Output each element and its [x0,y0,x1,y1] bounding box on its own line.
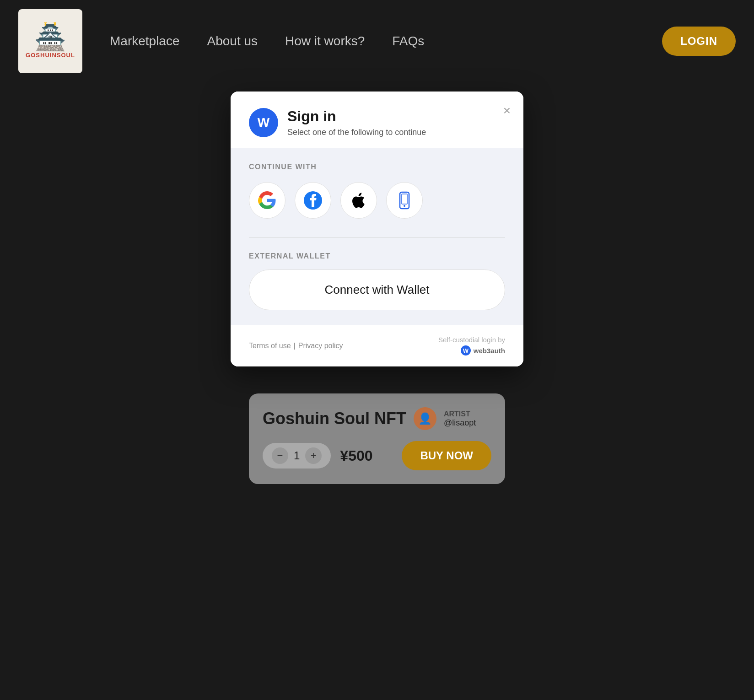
web3auth-credit: Self-custodial login by W web3auth [438,336,505,355]
torii-icon: 🏯 [34,24,66,50]
nav-marketplace[interactable]: Marketplace [110,34,180,48]
navbar: 🏯 GOSHUINSOUL Marketplace About us How i… [0,0,754,82]
phone-icon [395,191,414,210]
svg-point-3 [404,205,405,207]
web3auth-logo: W [249,108,278,137]
nav-faqs[interactable]: FAQs [392,34,424,48]
modal-title: Sign in [287,108,426,125]
google-signin-button[interactable] [249,182,285,219]
modal-subtitle: Select one of the following to continue [287,128,426,137]
quantity-decrease-button[interactable]: − [272,447,288,464]
web3auth-brand-name: web3auth [474,347,505,355]
nav-links: Marketplace About us How it works? FAQs [110,34,662,48]
buy-now-button[interactable]: BUY NOW [402,441,491,470]
nft-card: Goshuin Soul NFT 👤 ARTIST @lisaopt − 1 +… [249,393,505,484]
quantity-control: − 1 + [263,443,331,468]
apple-icon [350,191,368,210]
facebook-signin-button[interactable] [295,182,331,219]
quantity-increase-button[interactable]: + [305,447,322,464]
nft-artist-avatar: 👤 [414,407,436,430]
connect-wallet-button[interactable]: Connect with Wallet [249,269,505,310]
modal-overlay: W Sign in Select one of the following to… [0,82,754,101]
nft-price: ¥500 [340,447,372,464]
modal-header-text: Sign in Select one of the following to c… [287,108,426,137]
modal-header: W Sign in Select one of the following to… [231,92,523,148]
modal-close-button[interactable]: × [503,104,511,117]
continue-section-label: CONTINUE WITH [249,163,505,171]
logo-text: GOSHUINSOUL [26,52,75,59]
privacy-link[interactable]: Privacy policy [298,342,343,350]
phone-signin-button[interactable] [386,182,423,219]
nav-how-it-works[interactable]: How it works? [285,34,365,48]
nav-about[interactable]: About us [207,34,258,48]
web3auth-brand: W web3auth [438,345,505,355]
footer-links: Terms of use|Privacy policy [249,342,343,350]
self-custodial-text: Self-custodial login by [438,336,505,344]
signin-modal: W Sign in Select one of the following to… [231,92,523,366]
nft-title: Goshuin Soul NFT [263,409,406,428]
logo[interactable]: 🏯 GOSHUINSOUL [18,9,82,73]
apple-signin-button[interactable] [340,182,377,219]
google-icon [258,191,276,210]
nft-title-row: Goshuin Soul NFT 👤 ARTIST @lisaopt [263,407,491,430]
svg-rect-2 [402,194,407,204]
social-icons-row [249,182,505,219]
nft-artist-label: ARTIST [444,410,476,418]
external-wallet-label: EXTERNAL WALLET [249,252,505,260]
nft-purchase-row: − 1 + ¥500 BUY NOW [263,441,491,470]
terms-link[interactable]: Terms of use [249,342,291,350]
quantity-value: 1 [294,449,300,462]
web3auth-w-icon: W [461,345,471,355]
nft-artist-name: @lisaopt [444,418,476,428]
login-button[interactable]: LOGIN [662,27,736,56]
modal-body: CONTINUE WITH [231,148,523,325]
facebook-icon [304,191,322,210]
divider [249,237,505,237]
modal-footer: Terms of use|Privacy policy Self-custodi… [231,325,523,366]
nft-artist-info: ARTIST @lisaopt [444,410,476,428]
page-content: W Sign in Select one of the following to… [0,82,754,101]
